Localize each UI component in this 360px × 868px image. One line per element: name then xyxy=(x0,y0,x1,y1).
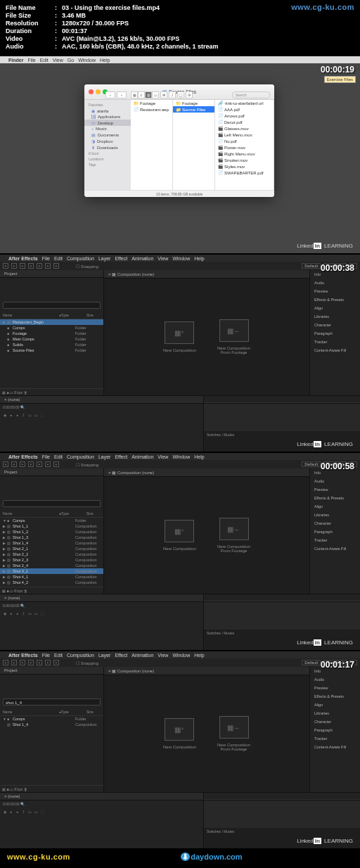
project-search-input[interactable]: shot 1_4 xyxy=(3,698,101,706)
menu-item[interactable]: Animation xyxy=(131,454,153,459)
finder-item[interactable]: 📁Source Files xyxy=(173,106,214,113)
back-button[interactable]: ‹ xyxy=(105,91,115,98)
finder-item[interactable]: 📁Footage xyxy=(173,100,214,106)
menu-item[interactable]: File xyxy=(42,256,50,261)
composition-tab[interactable]: × ▦ Composition (none) xyxy=(104,468,309,477)
timeline-switches[interactable]: ◉●●ƒ▭▭⬚ xyxy=(0,808,203,816)
finder-item[interactable]: 🎬Right Menu.mov xyxy=(215,151,274,157)
toolbar-tool[interactable]: • xyxy=(28,263,34,269)
project-item[interactable]: ▶ ▧ Shot 2_1 Composition xyxy=(0,546,103,551)
panel-tab[interactable]: Paragraph xyxy=(310,726,360,734)
menu-item[interactable]: Effect xyxy=(115,256,127,261)
new-composition-button[interactable]: ▦⁺ New Composition xyxy=(163,718,196,749)
composition-tab[interactable]: × ▦ Composition (none) xyxy=(104,270,309,279)
menu-item[interactable]: Help xyxy=(194,653,204,658)
sidebar-item[interactable]: ⬇Downloads xyxy=(84,144,131,151)
toolbar-tool[interactable]: • xyxy=(53,263,59,269)
col-header-type[interactable]: Type xyxy=(61,511,86,516)
panel-tab[interactable]: Align xyxy=(310,502,360,511)
toolbar-tool[interactable]: • xyxy=(11,263,17,269)
toolbar-tool[interactable]: • xyxy=(28,660,34,665)
col-header-name[interactable]: Name xyxy=(3,511,59,516)
forward-button[interactable]: › xyxy=(117,91,127,98)
project-item[interactable]: ■ Footage Folder xyxy=(0,331,103,336)
timeline-tab[interactable]: × (none) xyxy=(0,594,203,602)
col-header-name[interactable]: Name xyxy=(3,710,59,714)
workspace-selector[interactable]: Default xyxy=(302,263,321,269)
menu-item[interactable]: Effect xyxy=(115,653,127,658)
toolbar-tool[interactable]: • xyxy=(45,660,51,665)
panel-tab[interactable]: Character xyxy=(310,717,360,726)
panel-tab[interactable]: Effects & Presets xyxy=(310,494,360,502)
panel-tab[interactable]: Audio xyxy=(310,675,360,684)
toolbar-tool[interactable]: • xyxy=(20,461,25,467)
panel-tab[interactable]: Tracker xyxy=(310,536,360,544)
project-item[interactable]: ▶ ▧ Shot 4_2 Composition xyxy=(0,580,103,585)
toolbar-tool[interactable]: • xyxy=(11,660,17,665)
app-name[interactable]: After Effects xyxy=(8,454,38,459)
timeline-switches[interactable]: ◉●●ƒ▭▭⬚ xyxy=(0,609,203,618)
panel-tab[interactable]: Align xyxy=(310,304,360,312)
sidebar-item[interactable]: ▤Documents xyxy=(84,132,131,138)
share-button[interactable]: ⤴ xyxy=(169,91,176,98)
panel-tab[interactable]: Align xyxy=(310,701,360,709)
project-search-input[interactable] xyxy=(3,500,101,507)
new-comp-from-footage-button[interactable]: ▦← New Composition From Footage xyxy=(217,518,250,553)
timeline-tab[interactable]: × (none) xyxy=(0,396,203,404)
finder-item[interactable]: 📄AAA.pdf xyxy=(215,106,274,113)
time-display[interactable]: 0:00:00:00 🔍 xyxy=(0,800,203,808)
finder-item[interactable]: 🎬Glasses.mov xyxy=(215,125,274,132)
toolbar-tool[interactable]: • xyxy=(45,263,51,269)
finder-item[interactable]: 🎬Poster.mov xyxy=(215,144,274,151)
sidebar-item[interactable]: ◉alanfa xyxy=(84,108,131,114)
icon-view-button[interactable]: ▦ xyxy=(131,91,138,98)
project-item[interactable]: ▶ ▧ Shot 3_1 Composition xyxy=(0,568,103,574)
finder-item[interactable]: 📁Footage xyxy=(131,100,172,106)
finder-item[interactable]: 📄Decor.pdf xyxy=(215,119,274,125)
app-name[interactable]: After Effects xyxy=(8,256,38,261)
action-button[interactable]: ⚙ xyxy=(186,91,193,98)
finder-item[interactable]: 📄Arrows.pdf xyxy=(215,113,274,119)
menu-item[interactable]: File xyxy=(42,653,50,658)
snapping-toggle[interactable]: ☐ Snapping xyxy=(76,462,98,467)
finder-item[interactable]: 🔗-link-to-alanfailanf.url xyxy=(215,100,274,106)
time-display[interactable]: 0:00:00:00 🔍 xyxy=(0,404,203,411)
tags-button[interactable]: ◯ xyxy=(177,91,184,98)
sidebar-item[interactable]: ♪Music xyxy=(84,126,131,132)
menu-item[interactable]: Window xyxy=(172,454,190,459)
col-header-size[interactable]: Size xyxy=(86,313,101,317)
composition-tab[interactable]: × ▦ Composition (none) xyxy=(104,667,309,675)
time-ruler[interactable] xyxy=(204,396,360,403)
project-item[interactable]: ▶ ▧ Shot 1_3 Composition xyxy=(0,535,103,540)
menu-go[interactable]: Go xyxy=(68,58,74,63)
col-header-type[interactable]: Type xyxy=(61,313,86,317)
workspace-selector[interactable]: Default xyxy=(302,660,321,665)
project-tab[interactable]: Project xyxy=(0,468,103,476)
panel-tab[interactable]: Paragraph xyxy=(310,528,360,536)
panel-tab[interactable]: Character xyxy=(310,321,360,329)
panel-tab[interactable]: Preview xyxy=(310,287,360,295)
menu-item[interactable]: Animation xyxy=(131,256,153,261)
toolbar-tool[interactable]: • xyxy=(28,461,34,467)
project-item[interactable]: ▶ ▧ Shot 1_1 Composition xyxy=(0,523,103,529)
project-tab[interactable]: Project xyxy=(0,270,103,278)
toolbar-tool[interactable]: • xyxy=(3,263,8,269)
finder-item[interactable]: 📄SWAP&BARTER.pdf xyxy=(215,170,274,176)
menu-item[interactable]: View xyxy=(158,454,168,459)
menu-item[interactable]: Edit xyxy=(54,653,63,658)
toolbar-tool[interactable]: • xyxy=(53,660,59,665)
toolbar-tool[interactable]: • xyxy=(37,263,42,269)
menu-item[interactable]: Effect xyxy=(115,454,127,459)
project-item[interactable]: ▶ ▧ Shot 2_2 Composition xyxy=(0,551,103,557)
project-item[interactable]: ▶ ▧ Shot 2_3 Composition xyxy=(0,557,103,563)
project-item[interactable]: ▼ ■ Comps Folder xyxy=(0,518,103,523)
column-view-button[interactable]: ▥ xyxy=(145,91,152,98)
panel-tab[interactable]: Libraries xyxy=(310,511,360,519)
col-header-size[interactable]: Size xyxy=(86,710,101,714)
sidebar-item[interactable]: ▭Desktop xyxy=(84,120,131,126)
time-ruler[interactable] xyxy=(204,594,360,601)
menu-item[interactable]: Edit xyxy=(54,454,63,459)
menu-view[interactable]: View xyxy=(53,58,63,63)
menu-item[interactable]: Help xyxy=(194,454,204,459)
project-item[interactable]: ▶ ▧ Shot 1_2 Composition xyxy=(0,529,103,535)
